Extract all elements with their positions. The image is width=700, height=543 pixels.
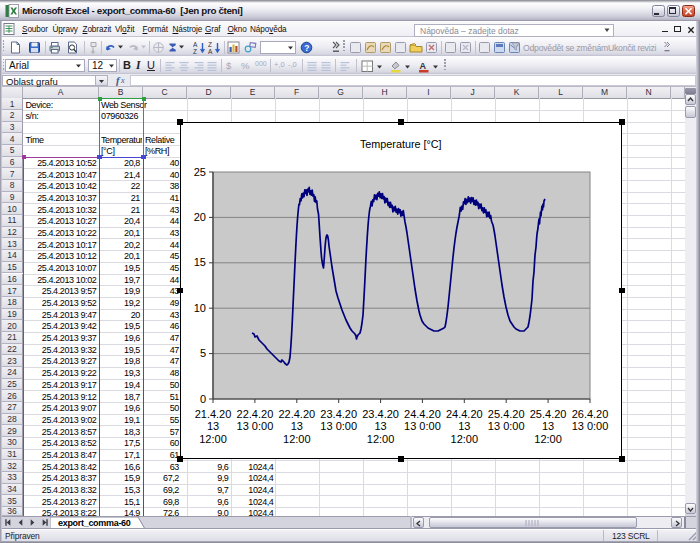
- svg-text:23.4.20: 23.4.20: [362, 408, 399, 420]
- svg-text:A: A: [208, 47, 213, 54]
- svg-text:23.4.20: 23.4.20: [320, 408, 357, 420]
- svg-text:13: 13: [374, 420, 386, 432]
- svg-text:25: 25: [194, 166, 206, 178]
- svg-text:22.4.20: 22.4.20: [237, 408, 274, 420]
- svg-text:13: 13: [542, 420, 554, 432]
- svg-text:13 0:00: 13 0:00: [237, 420, 274, 432]
- svg-text:10: 10: [194, 302, 206, 314]
- svg-text:12:00: 12:00: [367, 433, 395, 445]
- svg-text:12:00: 12:00: [534, 433, 562, 445]
- svg-text:5: 5: [200, 347, 206, 359]
- svg-text:22.4.20: 22.4.20: [278, 408, 315, 420]
- svg-text:0: 0: [200, 393, 206, 405]
- svg-text:12:00: 12:00: [283, 433, 311, 445]
- svg-text:13 0:00: 13 0:00: [404, 420, 441, 432]
- svg-text:20: 20: [194, 211, 206, 223]
- svg-text:?: ?: [304, 42, 309, 52]
- svg-text:A: A: [420, 61, 427, 71]
- svg-text:25.4.20: 25.4.20: [530, 408, 567, 420]
- svg-text:24.4.20: 24.4.20: [446, 408, 483, 420]
- svg-text:13 0:00: 13 0:00: [488, 420, 525, 432]
- svg-text:15: 15: [194, 256, 206, 268]
- svg-text:13: 13: [291, 420, 303, 432]
- svg-text:13 0:00: 13 0:00: [572, 420, 609, 432]
- svg-text:13 0:00: 13 0:00: [320, 420, 357, 432]
- svg-text:13: 13: [207, 420, 219, 432]
- svg-text:21.4.20: 21.4.20: [195, 408, 232, 420]
- svg-text:Z: Z: [193, 47, 197, 54]
- svg-text:24.4.20: 24.4.20: [404, 408, 441, 420]
- svg-text:Temperature [°C]: Temperature [°C]: [360, 138, 442, 150]
- svg-text:26.4.20: 26.4.20: [572, 408, 609, 420]
- svg-text:12:00: 12:00: [451, 433, 479, 445]
- svg-text:13: 13: [458, 420, 470, 432]
- svg-text:25.4.20: 25.4.20: [488, 408, 525, 420]
- svg-text:12:00: 12:00: [199, 433, 227, 445]
